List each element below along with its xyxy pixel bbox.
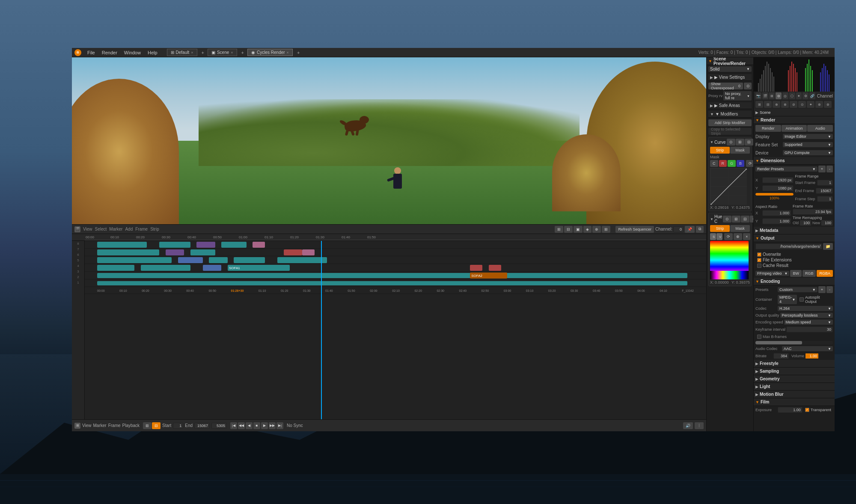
play-btn[interactable]: ▶ — [261, 422, 268, 429]
strip-10[interactable] — [302, 249, 315, 255]
strip-9[interactable] — [284, 249, 303, 255]
file-format-dropdown[interactable]: FFmpeg video ▼ — [755, 271, 789, 276]
start-frame-input[interactable]: 1 — [173, 423, 183, 429]
old-val[interactable]: 100 — [800, 220, 811, 226]
render-tab-audio[interactable]: Audio — [807, 125, 833, 132]
file-ext-checkbox[interactable]: ✓ — [757, 258, 761, 262]
safe-areas-header[interactable]: ▶ ▶ Safe Areas — [708, 102, 752, 109]
output-quality-dropdown[interactable]: Perceptually lossless ▼ — [780, 313, 833, 318]
copy-to-selected-btn[interactable]: Copy to Selected Strips — [708, 128, 752, 135]
scene-preview-header[interactable]: ▼ Scene Preview/Render — [707, 57, 753, 65]
prop-icon-scene[interactable]: ⊙ — [776, 92, 782, 99]
light-header[interactable]: ▶ Light — [754, 383, 835, 391]
ch-b-btn[interactable]: B — [737, 160, 744, 167]
motion-blur-header[interactable]: ▶ Motion Blur — [754, 391, 835, 398]
ch-g-btn[interactable]: G — [728, 160, 736, 167]
audio-icon[interactable]: 🔊 — [683, 422, 693, 429]
output-header[interactable]: ▼ Output — [754, 234, 835, 242]
prop-icon2-5[interactable]: ⊘ — [790, 101, 797, 108]
seq-icon-btn4[interactable]: ◈ — [583, 226, 591, 233]
viewport[interactable] — [72, 57, 706, 224]
transparent-checkbox[interactable]: ✓ — [805, 408, 809, 412]
frame-rate-val[interactable]: 23.94 fps — [793, 209, 833, 215]
workspace-tab-default[interactable]: ⊞ Default × — [167, 49, 197, 56]
encoding-presets-dropdown[interactable]: Custom ▼ — [778, 287, 817, 292]
tab-close-default[interactable]: × — [191, 50, 193, 55]
add-strip-modifier-btn[interactable]: Add Strip Modifier — [708, 119, 752, 126]
tab-add-btn[interactable]: + — [200, 50, 206, 55]
prop-icon-camera[interactable]: 📷 — [755, 92, 761, 99]
seq-view-btn[interactable]: View — [82, 423, 92, 428]
hue-close2[interactable]: × — [743, 233, 750, 240]
keyframe-slider[interactable] — [755, 341, 833, 344]
hue-zoom[interactable]: ⊕ — [734, 233, 742, 240]
view-settings-row[interactable]: ▶ ▶ View Settings — [708, 74, 752, 81]
curve-reset-btn[interactable]: ⟳ — [746, 160, 753, 167]
hue-icon2[interactable]: ⊞ — [732, 216, 740, 222]
frame-step-val[interactable]: 1 — [817, 196, 833, 202]
strip-15[interactable] — [277, 257, 327, 263]
strip-21[interactable] — [489, 265, 501, 271]
dimensions-header[interactable]: ▼ Dimensions — [754, 157, 835, 165]
prop-icon-output[interactable]: ⊞ — [769, 92, 775, 99]
seq-icon-btn1[interactable]: ⊞ — [555, 226, 563, 233]
curve-icon2[interactable]: ⊞ — [736, 139, 744, 145]
strip-11[interactable] — [97, 257, 172, 263]
aspect-y-val[interactable]: 1.000 — [762, 218, 791, 224]
output-path-input[interactable]: /home/silvargo/renders/ — [755, 243, 822, 249]
proxy-dropdown[interactable]: No proxy, full re ▼ — [723, 91, 752, 101]
stop-btn[interactable]: ■ — [253, 422, 260, 429]
seq-frame-btn[interactable]: Frame — [108, 423, 121, 428]
seq-icon-btn5[interactable]: ⊕ — [592, 226, 601, 233]
strip-17[interactable] — [141, 265, 190, 271]
prop-icon-physics[interactable]: ⚙ — [802, 92, 808, 99]
end-frame-val[interactable]: 15067 — [816, 188, 833, 194]
res-x-input[interactable]: 1920 px — [762, 177, 794, 183]
show-overexposed-btn[interactable]: Show Overexposed 0 — [708, 83, 743, 89]
strip-12[interactable] — [178, 257, 203, 263]
rgba-btn[interactable]: RGBA — [817, 270, 833, 277]
presets-add-btn[interactable]: + — [818, 166, 826, 172]
jump-start-btn[interactable]: |◀ — [230, 422, 237, 429]
show-overexposed-icon[interactable]: ⊙ — [744, 83, 752, 89]
playhead[interactable] — [321, 241, 322, 419]
prop-icon2-6[interactable]: ⊙ — [798, 101, 806, 108]
strip-16[interactable] — [97, 265, 134, 271]
current-frame-input[interactable]: 5305 — [211, 423, 227, 429]
channel-value[interactable]: 0 — [673, 226, 684, 232]
strip-20[interactable] — [470, 265, 482, 271]
overwrite-checkbox[interactable]: ✓ — [757, 252, 761, 257]
view-menu-seq[interactable]: View — [83, 227, 92, 231]
seq-icon-btn3[interactable]: ▣ — [574, 226, 583, 233]
jump-end-btn[interactable]: ▶| — [276, 422, 283, 429]
strip-7[interactable] — [166, 249, 184, 255]
prop-icon2-1[interactable]: ⊞ — [755, 101, 763, 108]
tab-close-scene[interactable]: × — [231, 50, 233, 55]
prop-icon2-7[interactable]: ✦ — [807, 101, 814, 108]
strip-19[interactable]: SOFA1 — [228, 265, 290, 271]
hue-icon3[interactable]: ⊟ — [741, 216, 749, 222]
render-tab-render[interactable]: Render — [755, 125, 781, 132]
step-fwd-btn[interactable]: ▶▶ — [269, 422, 276, 429]
hue-icon-s[interactable]: S — [710, 233, 716, 240]
new-val[interactable]: 100 — [821, 220, 833, 226]
bitrate-val[interactable]: 384 — [773, 353, 789, 359]
seq-btn-pin[interactable]: 📌 — [685, 226, 695, 233]
volume-val[interactable]: 1.00 — [805, 353, 819, 359]
exposure-val[interactable]: 1.00 — [778, 407, 802, 413]
strip-13[interactable] — [209, 257, 228, 263]
sampling-header[interactable]: ▶ Sampling — [754, 368, 835, 375]
encoding-speed-dropdown[interactable]: Medium speed ▼ — [784, 320, 833, 325]
play-back-btn[interactable]: ◀ — [246, 422, 253, 429]
strip-8[interactable] — [190, 249, 215, 255]
menu-window[interactable]: Window — [122, 48, 143, 57]
render-section-header[interactable]: ▼ Render — [754, 116, 835, 124]
prop-icon2-8[interactable]: ⊛ — [815, 101, 823, 108]
prop-icon-constraints[interactable]: 🔗 — [809, 92, 815, 99]
display-mode-dropdown[interactable]: Solid ▼ — [708, 66, 752, 72]
start-frame-val[interactable]: 1 — [817, 180, 833, 186]
frame-menu-seq[interactable]: Frame — [135, 227, 148, 231]
mask-btn1[interactable]: Mask — [730, 147, 750, 154]
prop-icon-render[interactable]: 🎬 — [762, 92, 768, 99]
device-dropdown[interactable]: GPU Compute ▼ — [783, 150, 833, 155]
